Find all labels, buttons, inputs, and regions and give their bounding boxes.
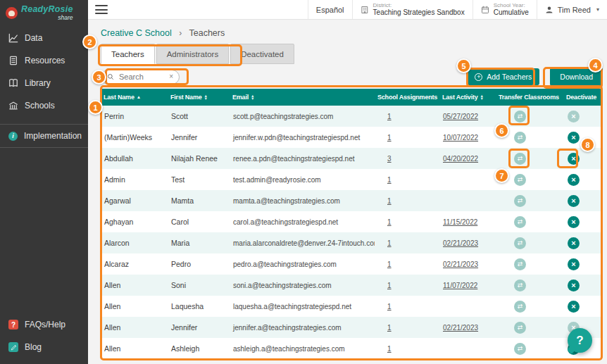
school-assignments-cell: 1 <box>375 211 439 232</box>
last-activity-cell <box>439 296 496 317</box>
last-activity-link[interactable]: 02/21/2023 <box>443 261 478 268</box>
school-assignments-cell: 3 <box>375 148 439 169</box>
transfer-classrooms-button[interactable]: ⇄ <box>514 258 526 270</box>
sidebar-item-label: Library <box>25 78 51 88</box>
last-activity-link[interactable]: 05/27/2022 <box>443 113 478 120</box>
deactivate-button[interactable]: × <box>568 216 580 228</box>
add-teachers-button[interactable]: + Add Teachers <box>467 68 539 85</box>
last-activity-link[interactable]: 10/07/2022 <box>443 134 478 142</box>
last-name-cell: Agarwal <box>101 190 168 211</box>
last-name-cell: Abdullah <box>101 148 168 169</box>
transfer-classrooms-button[interactable]: ⇄ <box>514 322 526 334</box>
readyrosie-logo[interactable]: ReadyRosie share <box>0 0 88 24</box>
clear-search-icon[interactable]: × <box>169 73 173 80</box>
school-assignments-link[interactable]: 3 <box>387 155 392 163</box>
table-header-row: Last Name▲First Name▲▼Email▲▼School Assi… <box>101 89 603 106</box>
deactivate-button[interactable]: × <box>568 301 580 313</box>
school-assignments-link[interactable]: 1 <box>387 134 392 142</box>
transfer-classrooms-cell: ⇄ <box>496 338 563 359</box>
deactivate-button[interactable]: × <box>568 258 580 270</box>
book-icon <box>8 78 18 88</box>
download-button[interactable]: Download <box>550 68 603 86</box>
school-assignments-link[interactable]: 1 <box>387 239 392 247</box>
chevron-down-icon: ▾ <box>596 6 599 13</box>
district-selector[interactable]: District: Teaching Strategies Sandbox <box>352 0 473 19</box>
tab-teachers[interactable]: Teachers <box>101 44 155 64</box>
school-assignments-link[interactable]: 1 <box>387 261 392 268</box>
school-assignments-link[interactable]: 1 <box>387 324 392 332</box>
deactivate-button[interactable]: × <box>568 174 580 186</box>
sidebar-item-data[interactable]: Data <box>0 27 88 49</box>
transfer-classrooms-cell: ⇄ <box>496 106 563 127</box>
school-assignments-link[interactable]: 1 <box>387 197 392 205</box>
tab-deactivated[interactable]: Deactivated <box>230 44 294 64</box>
school-assignments-link[interactable]: 1 <box>387 345 392 353</box>
search-box[interactable]: × <box>101 70 180 84</box>
sidebar-item-library[interactable]: Library <box>0 72 88 94</box>
sidebar-item-implementation[interactable]: i Implementation <box>0 124 88 148</box>
deactivate-cell: × <box>563 275 603 296</box>
transfer-classrooms-button[interactable]: ⇄ <box>514 153 526 165</box>
column-header-first-name[interactable]: First Name▲▼ <box>168 89 230 106</box>
chevron-right-icon: › <box>179 28 182 38</box>
transfer-classrooms-button[interactable]: ⇄ <box>514 343 526 355</box>
sidebar-item-faqs-help[interactable]: ? FAQs/Help <box>0 313 88 336</box>
school-assignments-cell: 1 <box>375 169 439 190</box>
teacher-row: AgarwalMamtamamta.a@teachingstrategies.c… <box>101 190 603 211</box>
last-activity-link[interactable]: 02/21/2023 <box>443 324 478 332</box>
column-label: Email <box>232 94 249 101</box>
sidebar-item-blog[interactable]: Blog <box>0 336 88 358</box>
user-name: Tim Reed <box>558 6 591 14</box>
deactivate-button[interactable]: × <box>568 195 580 207</box>
search-input[interactable] <box>118 72 165 82</box>
tab-administrators[interactable]: Administrators <box>156 44 230 64</box>
transfer-classrooms-button[interactable]: ⇄ <box>514 111 526 123</box>
transfer-classrooms-button[interactable]: ⇄ <box>514 195 526 207</box>
teacher-row: AllenJenniferjennifer.a@teachingstrategi… <box>101 317 603 338</box>
transfer-classrooms-button[interactable]: ⇄ <box>514 301 526 313</box>
deactivate-button[interactable]: × <box>568 237 580 249</box>
deactivate-cell: × <box>563 296 603 317</box>
last-activity-cell: 02/21/2023 <box>439 253 496 275</box>
column-header-deactivate: Deactivate <box>563 89 603 106</box>
last-activity-link[interactable]: 11/07/2022 <box>443 282 477 289</box>
last-name-cell: Allen <box>101 275 168 296</box>
breadcrumb: Creative C School › Teachers <box>88 20 607 44</box>
email-cell: soni.a@teachingstrategies.com <box>230 275 375 296</box>
school-assignments-link[interactable]: 1 <box>387 113 392 120</box>
school-year-selector[interactable]: School Year: Cumulative <box>473 0 537 19</box>
column-header-last-activity[interactable]: Last Activity▲▼ <box>439 89 496 106</box>
column-header-last-name[interactable]: Last Name▲ <box>101 89 168 106</box>
breadcrumb-school-link[interactable]: Creative C School <box>101 28 172 38</box>
last-activity-link[interactable]: 04/20/2022 <box>443 155 478 163</box>
transfer-classrooms-button[interactable]: ⇄ <box>514 216 526 228</box>
column-label: School Assignments <box>377 94 437 101</box>
deactivate-button[interactable]: × <box>568 153 580 165</box>
school-assignments-link[interactable]: 1 <box>387 282 392 289</box>
transfer-classrooms-button[interactable]: ⇄ <box>514 280 526 291</box>
school-assignments-link[interactable]: 1 <box>387 218 392 226</box>
deactivate-button[interactable]: × <box>568 280 580 291</box>
help-button[interactable]: ? <box>568 328 592 353</box>
column-header-email[interactable]: Email▲▼ <box>230 89 375 106</box>
school-assignments-cell: 1 <box>375 190 439 211</box>
first-name-cell: Scott <box>168 106 230 127</box>
menu-icon[interactable] <box>95 5 108 14</box>
last-activity-link[interactable]: 11/15/2022 <box>443 218 477 226</box>
transfer-classrooms-button[interactable]: ⇄ <box>514 132 526 144</box>
sidebar-item-resources[interactable]: Resources <box>0 49 88 72</box>
sidebar-item-schools[interactable]: Schools <box>0 94 88 117</box>
language-toggle[interactable]: Español <box>308 0 352 19</box>
deactivate-button[interactable]: × <box>568 111 580 123</box>
deactivate-button[interactable]: × <box>568 132 580 144</box>
user-menu[interactable]: Tim Reed ▾ <box>537 0 607 19</box>
last-activity-link[interactable]: 02/21/2023 <box>443 239 478 247</box>
last-activity-cell: 04/20/2022 <box>439 148 496 169</box>
school-assignments-cell: 1 <box>375 232 439 253</box>
transfer-classrooms-button[interactable]: ⇄ <box>514 174 526 186</box>
school-assignments-link[interactable]: 1 <box>387 303 392 310</box>
transfer-classrooms-button[interactable]: ⇄ <box>514 237 526 249</box>
last-activity-cell: 02/21/2023 <box>439 232 496 253</box>
calendar-icon <box>481 6 489 14</box>
school-assignments-link[interactable]: 1 <box>387 176 392 184</box>
